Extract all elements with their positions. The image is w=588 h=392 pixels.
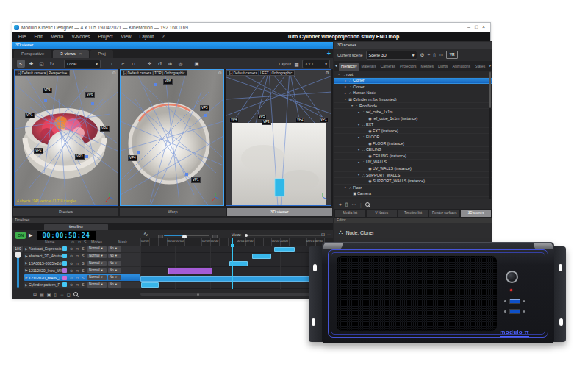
curve-editor-icon[interactable]: ∿ — [143, 231, 148, 238]
duplicate-track-icon[interactable]: ▤ — [40, 292, 44, 297]
more-icon[interactable]: ⋯ — [439, 52, 444, 58]
menu-edit[interactable]: Edit — [34, 34, 42, 39]
Abstract_Expressio[interactable]: ▶ Abstract_Expressio ⊙ ⊓ S Normal▾ No▾ — [24, 246, 140, 252]
lock-icon[interactable]: ⊓ — [74, 276, 80, 280]
scene-tab[interactable]: Cameras — [379, 63, 398, 71]
layout-grid-icon[interactable]: ▦ — [293, 60, 300, 68]
viewport-perspective[interactable]: [-] Default camera | Perspective ⚙ VP1VP… — [14, 69, 118, 206]
mask-select[interactable]: No▾ — [108, 268, 121, 274]
pan-icon[interactable]: ✛ — [146, 60, 154, 68]
playhead[interactable] — [232, 238, 233, 289]
menu-vnodes[interactable]: V-Nodes — [71, 34, 90, 39]
solo-toggle[interactable]: S — [80, 268, 86, 273]
12112020_MAIN_Ce[interactable]: ▶ 12112020_MAIN_Ce ⊙ ⊓ S Normal▾ No▾ — [24, 274, 140, 281]
abstract_3D_Abstra[interactable]: ▶ abstract_3D_Abstra ⊙ ⊓ S Normal▾ No▾ — [24, 253, 140, 260]
menu-layout[interactable]: Layout — [140, 34, 154, 39]
tree-node[interactable]: ▾ ▦ Cylinder m.fbx (imported) — [334, 96, 492, 103]
viewport-left[interactable]: [-] Default camera | LEFT | Orthographic… — [226, 69, 331, 206]
eye-icon[interactable]: ⊙ — [68, 254, 74, 258]
scale-tool-icon[interactable]: ◱ — [37, 60, 46, 68]
more-icon[interactable]: ⋯ — [351, 202, 356, 207]
blend-mode-select[interactable]: Normal▾ — [87, 275, 107, 280]
tree-node[interactable]: ▾ ∴ RootNode — [334, 103, 492, 110]
tree-node[interactable]: ▣ Camera — [334, 190, 492, 197]
tree-node[interactable]: ▾ ∴ ref_cube_1x1m — [334, 109, 492, 115]
lock-icon[interactable]: ⊓ — [74, 261, 80, 266]
projector-marker[interactable]: VP1 — [319, 117, 329, 123]
projector-marker[interactable]: VP5 — [43, 88, 52, 93]
timeline-clip[interactable] — [274, 247, 295, 252]
minimize-button[interactable]: – — [465, 23, 473, 32]
delete-scene-icon[interactable]: ▯ — [433, 52, 436, 58]
scene-tab[interactable]: Lights — [436, 63, 450, 71]
blend-mode-select[interactable]: Normal▾ — [87, 246, 107, 252]
menu-media[interactable]: Media — [51, 34, 64, 39]
scene-tab[interactable]: Materials — [359, 63, 378, 71]
tab-proj[interactable]: Proj — [90, 50, 113, 58]
add-scene-icon[interactable]: + — [427, 52, 430, 57]
projector-handle-icon[interactable] — [137, 151, 140, 154]
projector-marker[interactable]: VP3 — [262, 119, 271, 125]
transform-space-select[interactable]: Local▾ — [64, 60, 101, 68]
projector-marker[interactable]: VP6 — [163, 79, 173, 85]
new-track-icon[interactable]: ⊞ — [33, 292, 37, 297]
tree-node[interactable]: ▾ ∴ CEILING — [334, 147, 492, 154]
tree-node[interactable]: ◉ CEILING (instance) — [334, 153, 492, 160]
layout-value-select[interactable]: 3 x 1▾ — [302, 60, 330, 68]
track-height-slider[interactable] — [17, 253, 19, 288]
move-tool-icon[interactable]: ✚ — [27, 60, 35, 68]
tab-perspective[interactable]: Perspective — [14, 50, 51, 58]
scene-tab[interactable]: States — [473, 63, 487, 71]
blend-mode-select[interactable]: Normal▾ — [87, 261, 107, 266]
projector-marker[interactable]: VP5 — [200, 105, 209, 111]
tree-node[interactable]: ◉ EXT (instance) — [334, 128, 492, 135]
tree-node[interactable]: ◉ SUPPORT_WALLS (instance) — [334, 178, 492, 185]
eye-icon[interactable]: ⊙ — [68, 268, 74, 273]
tree-node[interactable]: ◉ UV_WALLS (instance) — [334, 165, 492, 172]
view-range-slider[interactable] — [245, 235, 321, 236]
dock-tab[interactable]: Media list — [335, 210, 365, 217]
menu-help[interactable]: ? — [162, 34, 165, 39]
more-icon[interactable]: ⋯ — [60, 292, 64, 297]
dock-tab[interactable]: V-Nodes — [367, 210, 397, 217]
dock-tab[interactable]: Render surfaces — [429, 210, 459, 217]
mask-select[interactable]: No▾ — [108, 275, 121, 280]
tree-node[interactable]: ◉ ref_cube_1x1m (instance) — [334, 115, 492, 122]
tree-node[interactable]: ▾ ∴ EXT — [334, 121, 492, 128]
projector-handle-icon[interactable] — [44, 99, 47, 102]
add-node-icon[interactable]: + — [339, 202, 342, 207]
tree-node[interactable]: ▸ ∴ Cloner — [334, 84, 492, 90]
tree-node[interactable]: ▾ ∴ FLOOR — [334, 134, 492, 140]
close-button[interactable]: × — [480, 23, 487, 32]
scene-tab[interactable]: Hierarchy — [339, 63, 359, 71]
tabs-scroll-left-icon[interactable]: ◂ — [335, 63, 337, 68]
12112020_Intro_WA[interactable]: ▶ 12112020_Intro_WA ⊙ ⊓ S Normal▾ No▾ — [24, 267, 140, 274]
eye-icon[interactable]: ⊙ — [68, 261, 74, 266]
lock-icon[interactable]: ⊓ — [74, 254, 80, 258]
projector-marker[interactable]: VP1 — [191, 177, 201, 183]
timeline-clip[interactable] — [168, 268, 212, 274]
tree-node[interactable]: ▣ Camera — [334, 197, 492, 199]
tree-node[interactable]: ▸ ∴ Human Node — [334, 90, 492, 97]
projector-handle-icon[interactable] — [91, 102, 94, 105]
viewport-settings-gear-icon[interactable]: ⚙ — [326, 70, 329, 76]
viewport-settings-gear-icon[interactable]: ⚙ — [112, 70, 116, 76]
blend-mode-select[interactable]: Normal▾ — [87, 282, 107, 288]
solo-toggle[interactable]: S — [80, 254, 86, 258]
dock-tab[interactable]: 3D scenes — [461, 210, 491, 217]
more-icon[interactable]: ⋯ — [327, 232, 331, 237]
focus-icon[interactable]: ◎ — [176, 60, 184, 68]
maximize-button[interactable]: □ — [473, 23, 480, 32]
delete-node-icon[interactable]: ▯ — [345, 202, 348, 207]
solo-toggle[interactable]: S — [80, 261, 86, 266]
solo-toggle[interactable]: S — [80, 246, 86, 251]
dock-tab[interactable]: Timeline list — [398, 210, 429, 217]
projector-marker[interactable]: VP4 — [229, 117, 239, 123]
mask-select[interactable]: No▾ — [108, 246, 121, 252]
select-tool-icon[interactable]: ↖ — [17, 60, 25, 68]
tree-node[interactable]: ▸ ∴ Cloner — [334, 78, 492, 85]
viewport-top[interactable]: [-] Default camera | TOP | Orthographic … — [120, 69, 224, 206]
lock-icon[interactable]: ⊓ — [74, 268, 80, 273]
dock-tab[interactable]: 3D viewer — [227, 208, 332, 216]
menu-view[interactable]: View — [121, 34, 132, 39]
